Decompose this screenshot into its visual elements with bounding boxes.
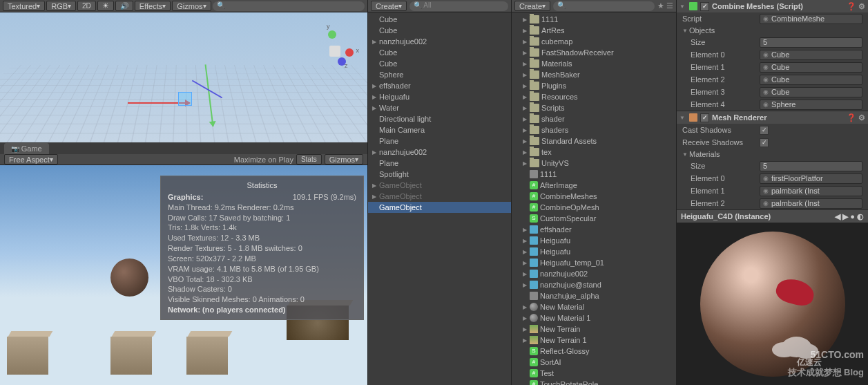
hierarchy-item[interactable]: ▶nanzhujue002: [368, 147, 511, 158]
material-field[interactable]: firstFloorPlatfor: [760, 173, 862, 184]
project-item[interactable]: SCustomSpecular: [512, 213, 676, 224]
size-field[interactable]: 5: [760, 37, 862, 48]
project-tree[interactable]: ▶1111▶ArtRes▶cubemap▶FastShadowReceiver▶…: [512, 12, 676, 385]
material-field[interactable]: palmbark (Inst: [760, 198, 862, 209]
help-icon[interactable]: ❓: [847, 113, 856, 122]
stats-toggle[interactable]: Stats: [296, 154, 322, 165]
hierarchy-item[interactable]: ▶Heiguafu: [368, 91, 511, 102]
sphere-icon[interactable]: ●: [850, 212, 855, 221]
gizmos-game-dropdown[interactable]: Gizmos ▾: [325, 154, 363, 165]
hierarchy-item[interactable]: Main Camera: [368, 124, 511, 135]
hierarchy-item[interactable]: ▶Water: [368, 102, 511, 113]
game-viewport[interactable]: Statistics Graphics:109.1 FPS (9.2ms) Ma…: [0, 165, 367, 385]
gear-icon[interactable]: ⚙: [858, 113, 865, 122]
hierarchy-item[interactable]: Directional light: [368, 113, 511, 124]
scene-search[interactable]: 🔍: [213, 1, 365, 11]
project-item[interactable]: ▶New Material: [512, 301, 676, 312]
hierarchy-item[interactable]: Sphere: [368, 69, 511, 80]
project-item[interactable]: ▶New Material 1: [512, 312, 676, 323]
cast-shadows-checkbox[interactable]: ✓: [760, 126, 769, 135]
element-field[interactable]: Cube: [760, 75, 862, 85]
project-item[interactable]: ▶Heiguafu_temp_01: [512, 257, 676, 268]
project-item[interactable]: ▶New Terrain 1: [512, 335, 676, 346]
hierarchy-item[interactable]: Cube: [368, 14, 511, 25]
hierarchy-search[interactable]: 🔍 All: [409, 1, 508, 11]
orientation-gizmo[interactable]: xyz: [316, 33, 354, 71]
favorites-icon[interactable]: ★: [657, 1, 664, 10]
help-icon[interactable]: ❓: [847, 2, 856, 11]
materials-foldout[interactable]: ▼Materials: [677, 149, 868, 160]
hierarchy-item[interactable]: Spotlight: [368, 169, 511, 180]
scene-viewport[interactable]: xyz: [0, 12, 367, 142]
game-tab[interactable]: 📷 Game: [4, 143, 49, 154]
objects-foldout[interactable]: ▼Objects: [677, 25, 868, 36]
foldout-icon[interactable]: ▼: [679, 3, 686, 10]
project-item[interactable]: ▶nanzhujue002: [512, 268, 676, 279]
foldout-icon[interactable]: ▼: [679, 115, 686, 121]
selected-cube[interactable]: [178, 92, 192, 106]
project-item[interactable]: ▶tex: [512, 147, 676, 158]
prev-icon[interactable]: ◀: [835, 212, 840, 221]
render-mode-dropdown[interactable]: RGB ▾: [46, 1, 76, 11]
project-item[interactable]: ▶Materials: [512, 58, 676, 69]
hierarchy-item[interactable]: Cube: [368, 58, 511, 69]
element-field[interactable]: Cube: [760, 62, 862, 73]
project-item[interactable]: 1111: [512, 169, 676, 180]
play-icon[interactable]: ▶: [842, 212, 848, 221]
hierarchy-item[interactable]: Cube: [368, 47, 511, 58]
hierarchy-item[interactable]: ▶GameObject: [368, 180, 511, 191]
project-item[interactable]: ▶Heiguafu: [512, 246, 676, 257]
gear-icon[interactable]: ⚙: [858, 2, 865, 11]
component-enabled-checkbox[interactable]: ✓: [700, 113, 709, 122]
project-item[interactable]: #Test: [512, 368, 676, 379]
project-item[interactable]: SReflect-Glossy: [512, 346, 676, 357]
project-item[interactable]: ▶ArtRes: [512, 25, 676, 36]
size-field[interactable]: 5: [760, 161, 862, 171]
project-item[interactable]: ▶Scripts: [512, 102, 676, 113]
aspect-dropdown[interactable]: Free Aspect ▾: [4, 154, 58, 165]
hierarchy-item[interactable]: GameObject: [368, 202, 511, 213]
hierarchy-item[interactable]: Cube: [368, 25, 511, 36]
shading-dropdown[interactable]: Textured ▾: [3, 1, 45, 11]
audio-toggle[interactable]: 🔊: [115, 1, 133, 11]
project-item[interactable]: ▶1111: [512, 14, 676, 25]
project-item[interactable]: #CombineMeshes: [512, 191, 676, 202]
project-item[interactable]: #SortAI: [512, 357, 676, 368]
2d-toggle[interactable]: 2D: [77, 1, 96, 11]
project-item[interactable]: ▶Resources: [512, 91, 676, 102]
project-item[interactable]: #TouchRotateRole: [512, 379, 676, 385]
project-item[interactable]: ▶shader: [512, 113, 676, 124]
element-field[interactable]: Cube: [760, 87, 862, 97]
project-item[interactable]: Nanzhujue_alpha: [512, 290, 676, 301]
project-item[interactable]: ▶Plugins: [512, 80, 676, 91]
hierarchy-create-dropdown[interactable]: Create ▾: [371, 1, 407, 11]
gizmos-dropdown[interactable]: Gizmos ▾: [172, 1, 211, 11]
element-field[interactable]: Cube: [760, 50, 862, 60]
project-item[interactable]: #AfterImage: [512, 180, 676, 191]
hierarchy-item[interactable]: ▶nanzhujue002: [368, 36, 511, 47]
project-create-dropdown[interactable]: Create ▾: [514, 1, 550, 11]
hierarchy-item[interactable]: Plane: [368, 158, 511, 169]
receive-shadows-checkbox[interactable]: ✓: [760, 138, 769, 147]
hierarchy-tree[interactable]: CubeCube▶nanzhujue002CubeCubeSphere▶effs…: [368, 12, 511, 385]
hierarchy-item[interactable]: ▶effshader: [368, 80, 511, 91]
maximize-toggle[interactable]: Maximize on Play: [234, 156, 293, 164]
project-item[interactable]: ▶shaders: [512, 124, 676, 135]
project-item[interactable]: ▶New Terrain: [512, 323, 676, 335]
lighting-toggle[interactable]: ☀: [97, 1, 114, 11]
lighting-icon[interactable]: ◐: [857, 212, 864, 221]
project-item[interactable]: ▶MeshBaker: [512, 69, 676, 80]
script-field[interactable]: CombineMeshe: [760, 14, 862, 24]
project-item[interactable]: ▶Standard Assets: [512, 135, 676, 147]
material-field[interactable]: palmbark (Inst: [760, 186, 862, 196]
project-item[interactable]: ▶UnityVS: [512, 158, 676, 169]
project-item[interactable]: ▶nanzhujue@stand: [512, 279, 676, 290]
project-item[interactable]: #CombineOpMesh: [512, 202, 676, 213]
component-enabled-checkbox[interactable]: ✓: [700, 2, 709, 11]
hierarchy-item[interactable]: ▶GameObject: [368, 191, 511, 202]
hierarchy-item[interactable]: Plane: [368, 135, 511, 147]
project-item[interactable]: ▶Heiguafu: [512, 235, 676, 246]
project-menu-icon[interactable]: ☰: [666, 1, 673, 10]
project-search[interactable]: 🔍: [553, 1, 655, 11]
project-item[interactable]: ▶cubemap: [512, 36, 676, 47]
